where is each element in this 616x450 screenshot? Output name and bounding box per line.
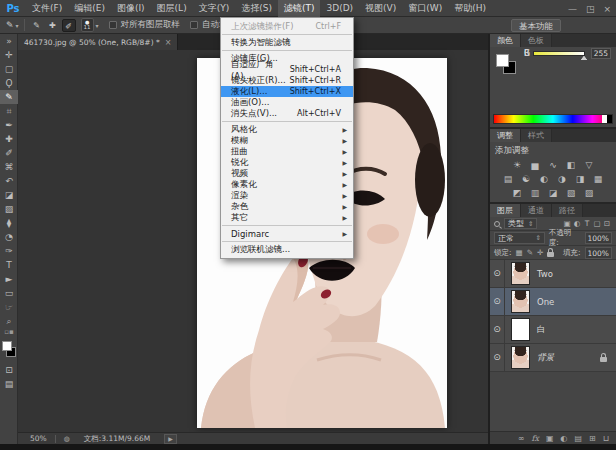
filter-menu-item[interactable]: 渲染 ▶ [221, 190, 353, 201]
auto-enhance-checkbox[interactable] [190, 21, 198, 29]
move-tool[interactable]: ✛ [0, 48, 18, 62]
restore-icon[interactable]: ◳ [586, 4, 595, 14]
layer-thumbnail[interactable] [511, 346, 530, 369]
panel-tab[interactable]: 路径 [552, 204, 583, 217]
channel-mixer-icon[interactable]: ◨ [574, 173, 587, 185]
filter-menu-item[interactable]: 转换为智能滤镜 [221, 37, 353, 48]
menubar-item[interactable]: 帮助(H) [448, 0, 492, 17]
lock-move-icon[interactable]: ✛ [537, 248, 543, 257]
fill-value-field[interactable]: 100% [585, 247, 612, 259]
threshold-icon[interactable]: ◪ [547, 187, 560, 199]
panel-tab[interactable]: 样式 [521, 129, 552, 142]
photo-filter-icon[interactable]: ◑ [556, 173, 569, 185]
eyedropper-tool[interactable]: ✒ [0, 118, 18, 132]
filter-shape-layers-icon[interactable]: ▢ [592, 219, 602, 228]
layer-name[interactable]: 背景 [537, 352, 554, 364]
screen-mode-button[interactable]: ▤ [0, 377, 18, 391]
history-brush-tool[interactable]: ↶ [0, 174, 18, 188]
filter-type-layers-icon[interactable]: T [582, 219, 592, 228]
menubar-item[interactable]: 文字(Y) [193, 0, 236, 17]
panel-tab[interactable]: 图层 [490, 204, 521, 217]
layer-style-icon[interactable]: fx [531, 434, 538, 443]
menubar-item[interactable]: 文件(F) [26, 0, 68, 17]
color-balance-icon[interactable]: ☯ [520, 173, 533, 185]
layer-visibility-eye-icon[interactable]: ⊙ [490, 316, 505, 343]
filter-menu-item[interactable]: 视频 ▶ [221, 168, 353, 179]
filter-menu-item[interactable]: 自适应广角(A)... Shift+Ctrl+A [221, 64, 353, 75]
status-options-arrow-icon[interactable]: ▶ [164, 434, 177, 444]
add-layer-mask-icon[interactable]: ▣ [546, 434, 554, 443]
lasso-tool[interactable]: Ϙ [0, 76, 18, 90]
blur-tool[interactable]: ⧫ [0, 216, 18, 230]
new-adjustment-layer-icon[interactable]: ◐ [561, 434, 568, 443]
filter-menu-item[interactable]: 浏览联机滤镜... [221, 244, 353, 255]
tab-close-icon[interactable]: × [165, 38, 172, 47]
color-spectrum-ramp[interactable] [493, 114, 613, 124]
filter-menu-item[interactable]: 油画(O)... [221, 97, 353, 108]
exposure-icon[interactable]: ◧ [565, 159, 578, 171]
quick-selection-tool[interactable]: ✎ [0, 90, 18, 104]
filter-type-dropdown[interactable]: 类型 ⇕ [504, 218, 537, 229]
layer-row[interactable]: ⊙ 白 [490, 316, 616, 344]
document-tab[interactable]: 461730.jpg @ 50% (One, RGB/8#) * × [18, 34, 178, 50]
dodge-tool[interactable]: ◔ [0, 230, 18, 244]
shape-tool[interactable]: ▭ [0, 286, 18, 300]
filter-menu-item[interactable]: 像素化 ▶ [221, 179, 353, 190]
layer-name[interactable]: 白 [537, 324, 546, 336]
filter-menu-item[interactable]: 液化(L)... Shift+Ctrl+X [221, 86, 353, 97]
foreground-color-swatch[interactable] [2, 341, 12, 351]
layer-thumbnail[interactable] [511, 290, 530, 313]
panel-tab[interactable]: 颜色 [490, 34, 521, 47]
path-selection-tool[interactable]: ► [0, 272, 18, 286]
gradient-map-icon[interactable]: ▧ [565, 187, 578, 199]
panel-tab[interactable]: 调整 [490, 129, 521, 142]
filter-menu-item[interactable]: 风格化 ▶ [221, 124, 353, 135]
filter-menu-item[interactable]: 锐化 ▶ [221, 157, 353, 168]
color-lookup-icon[interactable]: ▦ [592, 173, 605, 185]
panel-tab[interactable]: 色板 [521, 34, 552, 47]
layer-name[interactable]: One [537, 297, 554, 307]
foreground-color-swatch[interactable] [496, 54, 509, 67]
filter-menu-item[interactable]: 上次滤镜操作(F) Ctrl+F [221, 21, 353, 32]
minimize-icon[interactable]: — [568, 4, 577, 14]
channel-value-field[interactable]: 255 [591, 48, 611, 59]
filter-menu-item[interactable]: Digimarc ▶ [221, 228, 353, 239]
layer-thumbnail[interactable] [511, 262, 530, 285]
layer-row[interactable]: ⊙ Two [490, 260, 616, 288]
posterize-icon[interactable]: ▥ [529, 187, 542, 199]
filter-adjustment-layers-icon[interactable]: ◐ [572, 219, 582, 228]
lock-paint-icon[interactable]: ✎ [527, 248, 533, 257]
new-selection-icon[interactable]: ✎ [30, 19, 44, 32]
crop-tool[interactable]: ⌗ [0, 104, 18, 118]
filter-pixel-layers-icon[interactable]: ▣ [562, 219, 572, 228]
filter-menu-item[interactable]: 镜头校正(R)... Shift+Ctrl+R [221, 75, 353, 86]
zoom-tool[interactable]: ⌕ [0, 314, 18, 328]
close-icon[interactable]: × [603, 4, 611, 14]
default-swap-colors-icon[interactable]: ▫▪ [0, 328, 18, 337]
hand-tool[interactable]: ☞ [0, 300, 18, 314]
panel-tab[interactable]: 通道 [521, 204, 552, 217]
filter-menu-item[interactable]: 其它 ▶ [221, 212, 353, 223]
curves-icon[interactable]: ∿ [547, 159, 560, 171]
hue-saturation-icon[interactable]: ▤ [502, 173, 515, 185]
menubar-item[interactable]: 3D(D) [320, 0, 359, 17]
menubar-item[interactable]: 窗口(W) [402, 0, 448, 17]
clone-stamp-tool[interactable]: ⌘ [0, 160, 18, 174]
chevron-down-icon[interactable]: ▾ [16, 22, 19, 29]
gradient-tool[interactable]: ▨ [0, 202, 18, 216]
invert-icon[interactable]: ◩ [511, 187, 524, 199]
menubar-item[interactable]: 选择(S) [235, 0, 278, 17]
black-white-icon[interactable]: ◐ [538, 173, 551, 185]
menubar-item[interactable]: 视图(V) [359, 0, 402, 17]
lock-all-icon[interactable] [547, 252, 554, 257]
filter-smart-objects-icon[interactable]: ⊡ [602, 219, 612, 228]
zoom-level-field[interactable]: 50% [30, 434, 47, 443]
layer-row[interactable]: ⊙ 背景 [490, 344, 616, 372]
delete-layer-icon[interactable]: ⊔ [603, 434, 609, 443]
quick-mask-button[interactable]: ⊡ [0, 363, 18, 377]
brush-size-preview[interactable]: ● 11 [81, 18, 94, 32]
levels-icon[interactable]: ▅ [529, 159, 542, 171]
marquee-tool[interactable]: ▢ [0, 62, 18, 76]
menubar-item[interactable]: 滤镜(T) [278, 0, 321, 17]
subtract-selection-icon[interactable]: ✐ [62, 19, 76, 32]
